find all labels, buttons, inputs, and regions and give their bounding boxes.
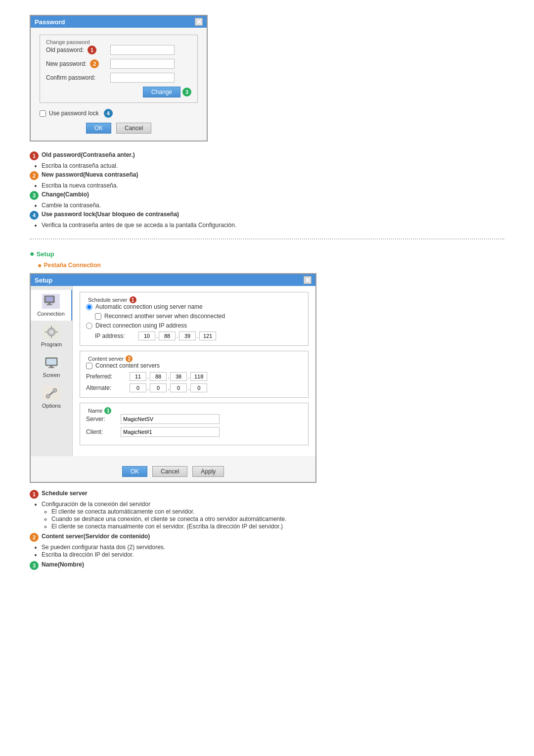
schedule-server-legend: Schedule server 1: [86, 296, 302, 303]
auto-connection-label: Automatic connection using server name: [95, 303, 203, 310]
schedule-server-label: Schedule server: [88, 297, 128, 303]
setup-dialog-buttons: OK Cancel Apply: [31, 461, 315, 482]
alternate-ip-4[interactable]: [190, 383, 207, 392]
change-password-legend: Change password: [44, 39, 191, 45]
setup-annot-title-1: Schedule server: [42, 490, 88, 497]
setup-annot-title-2: Content server(Servidor de contenido): [42, 533, 150, 540]
setup-dialog-close[interactable]: ✕: [304, 276, 312, 284]
preferred-ip-2[interactable]: [150, 372, 167, 381]
confirm-password-label: Confirm password:: [46, 74, 110, 81]
program-nav-icon: [43, 325, 60, 339]
direct-connection-radio[interactable]: [86, 323, 92, 329]
use-password-lock-row: Use password lock 4: [40, 109, 198, 118]
annot-badge-1: 1: [30, 151, 39, 160]
client-name-row: Client:: [86, 427, 302, 437]
password-dialog-close[interactable]: ✕: [195, 18, 203, 26]
setup-cancel-button[interactable]: Cancel: [152, 466, 187, 477]
setup-annot-bullet-2-1: Se pueden configurar hasta dos (2) servi…: [42, 544, 504, 551]
confirm-password-row: Confirm password:: [46, 73, 191, 83]
password-dialog-titlebar: Password ✕: [31, 16, 207, 28]
ip-octet-1[interactable]: [138, 331, 155, 340]
auto-connection-radio[interactable]: [86, 304, 92, 310]
ip-octet-4[interactable]: [199, 331, 216, 340]
reconnect-label: Reconnect another server when disconnect…: [104, 313, 225, 320]
svg-rect-13: [48, 367, 54, 368]
annot-title-3: Change(Cambio): [42, 191, 89, 198]
ip-octet-3[interactable]: [179, 331, 196, 340]
old-password-input[interactable]: [110, 45, 175, 55]
nav-program-label: Program: [41, 341, 62, 347]
setup-annot-sub-1-1: El cliente se conecta automáticamente co…: [51, 508, 504, 515]
annot-title-4: Use password lock(Usar bloqueo de contra…: [42, 211, 179, 218]
connection-tab-text: Pestaña Connection: [44, 262, 100, 269]
use-password-lock-checkbox[interactable]: [40, 110, 46, 117]
direct-connection-label: Direct connection using IP address: [95, 322, 187, 329]
nav-options[interactable]: Options: [31, 382, 72, 413]
setup-ok-button[interactable]: OK: [122, 466, 147, 477]
confirm-password-input[interactable]: [110, 73, 175, 83]
nav-connection[interactable]: Connection: [31, 290, 72, 321]
annot-bullet-2-1: Escriba la nueva contraseña.: [42, 182, 504, 189]
setup-body: Connection Program: [31, 286, 315, 456]
annot-item-3: 3 Change(Cambio): [30, 191, 504, 200]
svg-rect-3: [46, 304, 52, 305]
preferred-ip-1[interactable]: [130, 372, 146, 381]
nav-screen[interactable]: Screen: [31, 351, 72, 382]
setup-annot-bullet-1-1: Configuración de la conexión del servido…: [42, 501, 504, 508]
ip-octet-2[interactable]: [159, 331, 176, 340]
new-password-badge: 2: [90, 59, 99, 68]
preferred-row: Preferred: . . .: [86, 372, 302, 381]
preferred-ip-3[interactable]: [170, 372, 187, 381]
alternate-ip-1[interactable]: [130, 383, 146, 392]
name-fieldset: Name 3 Server: Client:: [80, 403, 309, 445]
schedule-server-fieldset: Schedule server 1 Automatic connection u…: [80, 292, 309, 346]
nav-screen-label: Screen: [43, 372, 60, 378]
password-dialog-title: Password: [35, 18, 65, 26]
password-dialog: Password ✕ Change password Old password:…: [30, 15, 208, 142]
name-legend: Name 3: [86, 407, 302, 414]
setup-content: Schedule server 1 Automatic connection u…: [73, 286, 315, 456]
new-password-label: New password: 2: [46, 59, 110, 68]
change-password-group: Change password Old password: 1 New pass…: [40, 35, 198, 103]
old-password-row: Old password: 1: [46, 45, 191, 55]
setup-annot-sub-1-3: El cliente se conecta manualmente con el…: [51, 523, 504, 530]
setup-apply-button[interactable]: Apply: [192, 466, 224, 477]
alternate-ip-fields: . . .: [130, 383, 207, 392]
annot-title-2: New password(Nueva contraseña): [42, 171, 138, 178]
connect-servers-row: Connect content servers: [86, 362, 302, 369]
alternate-row: Alternate: . . .: [86, 383, 302, 392]
new-password-input[interactable]: [110, 59, 175, 69]
password-dialog-body: Change password Old password: 1 New pass…: [31, 28, 207, 141]
setup-annot-badge-1: 1: [30, 490, 39, 499]
preferred-ip-4[interactable]: [190, 372, 207, 381]
old-password-label: Old password: 1: [46, 46, 110, 54]
use-password-lock-label: Use password lock: [49, 110, 99, 117]
setup-annot-title-3: Name(Nombre): [42, 561, 84, 568]
setup-annot-bullets-1: Configuración de la conexión del servido…: [42, 501, 504, 530]
change-badge: 3: [182, 88, 191, 96]
svg-rect-1: [46, 297, 53, 301]
annot-badge-2: 2: [30, 171, 39, 180]
alternate-ip-2[interactable]: [150, 383, 167, 392]
svg-point-15: [53, 388, 57, 392]
reconnect-checkbox[interactable]: [95, 313, 101, 320]
alternate-ip-3[interactable]: [170, 383, 187, 392]
svg-rect-2: [48, 303, 51, 304]
password-cancel-button[interactable]: Cancel: [116, 123, 151, 134]
reconnect-row: Reconnect another server when disconnect…: [95, 313, 302, 320]
change-button[interactable]: Change: [143, 87, 180, 97]
connect-servers-checkbox[interactable]: [86, 363, 92, 369]
password-ok-button[interactable]: OK: [86, 123, 111, 134]
annot-bullets-2: Escriba la nueva contraseña.: [42, 182, 504, 189]
annot-badge-3: 3: [30, 191, 39, 200]
nav-program[interactable]: Program: [31, 321, 72, 351]
setup-dialog-title: Setup: [35, 277, 52, 284]
nav-options-label: Options: [42, 403, 61, 409]
annot-bullet-1-1: Escriba la contraseña actual.: [42, 162, 504, 169]
setup-annot-sub-1-2: Cuando se deshace una conexión, el clien…: [51, 516, 504, 522]
server-input[interactable]: [121, 414, 220, 424]
client-input[interactable]: [121, 427, 220, 437]
annot-badge-4: 4: [30, 211, 39, 220]
preferred-ip-fields: . . .: [130, 372, 207, 381]
password-annotations: 1 Old password(Contraseña anter.) Escrib…: [30, 151, 504, 229]
